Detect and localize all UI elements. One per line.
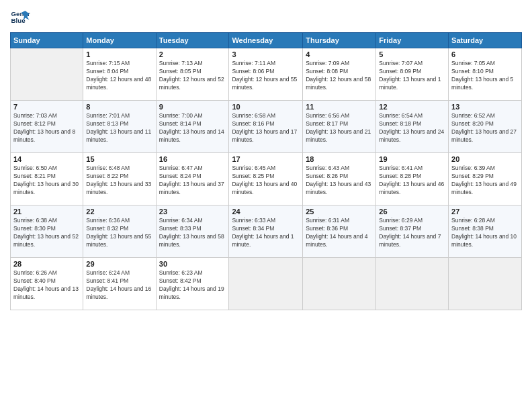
col-header-saturday: Saturday	[449, 33, 522, 48]
day-info: Sunrise: 6:36 AMSunset: 8:32 PMDaylight:…	[86, 217, 152, 249]
day-info: Sunrise: 6:47 AMSunset: 8:24 PMDaylight:…	[159, 165, 226, 197]
day-info: Sunrise: 7:15 AMSunset: 8:04 PMDaylight:…	[86, 60, 152, 92]
day-cell: 9Sunrise: 7:00 AMSunset: 8:14 PMDaylight…	[156, 101, 229, 153]
day-number: 13	[451, 103, 519, 111]
day-info: Sunrise: 6:48 AMSunset: 8:22 PMDaylight:…	[86, 165, 152, 197]
day-number: 23	[159, 208, 226, 216]
day-cell	[376, 258, 449, 310]
day-info: Sunrise: 6:24 AMSunset: 8:41 PMDaylight:…	[86, 269, 152, 302]
calendar-table: SundayMondayTuesdayWednesdayThursdayFrid…	[10, 32, 522, 310]
day-cell: 15Sunrise: 6:48 AMSunset: 8:22 PMDayligh…	[83, 153, 156, 205]
day-info: Sunrise: 6:41 AMSunset: 8:28 PMDaylight:…	[379, 165, 445, 197]
col-header-friday: Friday	[376, 33, 449, 48]
day-cell: 27Sunrise: 6:28 AMSunset: 8:38 PMDayligh…	[449, 205, 522, 258]
day-cell: 1Sunrise: 7:15 AMSunset: 8:04 PMDaylight…	[83, 48, 156, 101]
day-cell: 4Sunrise: 7:09 AMSunset: 8:08 PMDaylight…	[303, 48, 376, 101]
page: General Blue SundayMondayTuesdayWednesda…	[0, 0, 532, 411]
day-info: Sunrise: 7:09 AMSunset: 8:08 PMDaylight:…	[306, 60, 373, 92]
day-cell	[229, 258, 303, 310]
day-info: Sunrise: 6:39 AMSunset: 8:29 PMDaylight:…	[451, 165, 519, 197]
day-number: 4	[306, 50, 373, 58]
day-cell: 19Sunrise: 6:41 AMSunset: 8:28 PMDayligh…	[376, 153, 449, 205]
day-cell	[11, 48, 83, 101]
logo-icon: General Blue	[10, 7, 30, 27]
day-number: 14	[13, 155, 80, 163]
logo: General Blue	[10, 7, 33, 27]
day-cell: 6Sunrise: 7:05 AMSunset: 8:10 PMDaylight…	[449, 48, 522, 101]
day-cell	[449, 258, 522, 310]
day-cell: 25Sunrise: 6:31 AMSunset: 8:36 PMDayligh…	[303, 205, 376, 258]
day-number: 29	[86, 260, 152, 268]
day-cell: 28Sunrise: 6:26 AMSunset: 8:40 PMDayligh…	[11, 258, 83, 310]
day-info: Sunrise: 7:11 AMSunset: 8:06 PMDaylight:…	[232, 60, 300, 92]
day-info: Sunrise: 6:43 AMSunset: 8:26 PMDaylight:…	[306, 165, 373, 197]
col-header-thursday: Thursday	[303, 33, 376, 48]
day-cell: 18Sunrise: 6:43 AMSunset: 8:26 PMDayligh…	[303, 153, 376, 205]
day-cell: 13Sunrise: 6:52 AMSunset: 8:20 PMDayligh…	[449, 101, 522, 153]
day-number: 27	[451, 208, 519, 216]
day-number: 12	[379, 103, 445, 111]
day-info: Sunrise: 6:33 AMSunset: 8:34 PMDaylight:…	[232, 217, 300, 249]
day-cell: 14Sunrise: 6:50 AMSunset: 8:21 PMDayligh…	[11, 153, 83, 205]
day-number: 22	[86, 208, 152, 216]
day-info: Sunrise: 6:38 AMSunset: 8:30 PMDaylight:…	[13, 217, 80, 249]
day-info: Sunrise: 7:01 AMSunset: 8:13 PMDaylight:…	[86, 112, 152, 144]
day-info: Sunrise: 7:03 AMSunset: 8:12 PMDaylight:…	[13, 112, 80, 144]
day-info: Sunrise: 6:34 AMSunset: 8:33 PMDaylight:…	[159, 217, 226, 249]
week-row-2: 7Sunrise: 7:03 AMSunset: 8:12 PMDaylight…	[11, 101, 522, 153]
week-row-1: 1Sunrise: 7:15 AMSunset: 8:04 PMDaylight…	[11, 48, 522, 101]
day-number: 6	[451, 50, 519, 58]
day-info: Sunrise: 6:29 AMSunset: 8:37 PMDaylight:…	[379, 217, 445, 249]
day-cell: 11Sunrise: 6:56 AMSunset: 8:17 PMDayligh…	[303, 101, 376, 153]
day-cell: 5Sunrise: 7:07 AMSunset: 8:09 PMDaylight…	[376, 48, 449, 101]
day-info: Sunrise: 7:00 AMSunset: 8:14 PMDaylight:…	[159, 112, 226, 144]
day-number: 20	[451, 155, 519, 163]
day-number: 7	[13, 103, 80, 111]
day-cell: 20Sunrise: 6:39 AMSunset: 8:29 PMDayligh…	[449, 153, 522, 205]
week-row-3: 14Sunrise: 6:50 AMSunset: 8:21 PMDayligh…	[11, 153, 522, 205]
day-number: 28	[13, 260, 80, 268]
col-header-sunday: Sunday	[11, 33, 83, 48]
col-header-wednesday: Wednesday	[229, 33, 303, 48]
day-cell: 21Sunrise: 6:38 AMSunset: 8:30 PMDayligh…	[11, 205, 83, 258]
day-number: 30	[159, 260, 226, 268]
day-info: Sunrise: 6:50 AMSunset: 8:21 PMDaylight:…	[13, 165, 80, 197]
day-cell: 30Sunrise: 6:23 AMSunset: 8:42 PMDayligh…	[156, 258, 229, 310]
day-info: Sunrise: 6:28 AMSunset: 8:38 PMDaylight:…	[451, 217, 519, 249]
day-cell: 26Sunrise: 6:29 AMSunset: 8:37 PMDayligh…	[376, 205, 449, 258]
day-number: 21	[13, 208, 80, 216]
day-cell: 29Sunrise: 6:24 AMSunset: 8:41 PMDayligh…	[83, 258, 156, 310]
day-cell: 8Sunrise: 7:01 AMSunset: 8:13 PMDaylight…	[83, 101, 156, 153]
day-number: 11	[306, 103, 373, 111]
day-cell: 10Sunrise: 6:58 AMSunset: 8:16 PMDayligh…	[229, 101, 303, 153]
day-number: 26	[379, 208, 445, 216]
day-info: Sunrise: 6:58 AMSunset: 8:16 PMDaylight:…	[232, 112, 300, 144]
day-number: 9	[159, 103, 226, 111]
day-number: 25	[306, 208, 373, 216]
day-info: Sunrise: 7:05 AMSunset: 8:10 PMDaylight:…	[451, 60, 519, 92]
day-info: Sunrise: 6:26 AMSunset: 8:40 PMDaylight:…	[13, 269, 80, 302]
day-cell: 24Sunrise: 6:33 AMSunset: 8:34 PMDayligh…	[229, 205, 303, 258]
day-info: Sunrise: 7:07 AMSunset: 8:09 PMDaylight:…	[379, 60, 445, 92]
day-cell: 2Sunrise: 7:13 AMSunset: 8:05 PMDaylight…	[156, 48, 229, 101]
day-number: 8	[86, 103, 152, 111]
header: General Blue	[10, 7, 522, 27]
day-info: Sunrise: 7:13 AMSunset: 8:05 PMDaylight:…	[159, 60, 226, 92]
day-info: Sunrise: 6:31 AMSunset: 8:36 PMDaylight:…	[306, 217, 373, 249]
day-number: 16	[159, 155, 226, 163]
day-number: 18	[306, 155, 373, 163]
day-cell: 23Sunrise: 6:34 AMSunset: 8:33 PMDayligh…	[156, 205, 229, 258]
week-row-5: 28Sunrise: 6:26 AMSunset: 8:40 PMDayligh…	[11, 258, 522, 310]
day-cell	[303, 258, 376, 310]
day-cell: 17Sunrise: 6:45 AMSunset: 8:25 PMDayligh…	[229, 153, 303, 205]
header-row: SundayMondayTuesdayWednesdayThursdayFrid…	[11, 33, 522, 48]
day-number: 17	[232, 155, 300, 163]
day-cell: 3Sunrise: 7:11 AMSunset: 8:06 PMDaylight…	[229, 48, 303, 101]
day-info: Sunrise: 6:52 AMSunset: 8:20 PMDaylight:…	[451, 112, 519, 144]
week-row-4: 21Sunrise: 6:38 AMSunset: 8:30 PMDayligh…	[11, 205, 522, 258]
day-cell: 7Sunrise: 7:03 AMSunset: 8:12 PMDaylight…	[11, 101, 83, 153]
day-number: 24	[232, 208, 300, 216]
day-info: Sunrise: 6:56 AMSunset: 8:17 PMDaylight:…	[306, 112, 373, 144]
day-info: Sunrise: 6:23 AMSunset: 8:42 PMDaylight:…	[159, 269, 226, 302]
day-number: 3	[232, 50, 300, 58]
